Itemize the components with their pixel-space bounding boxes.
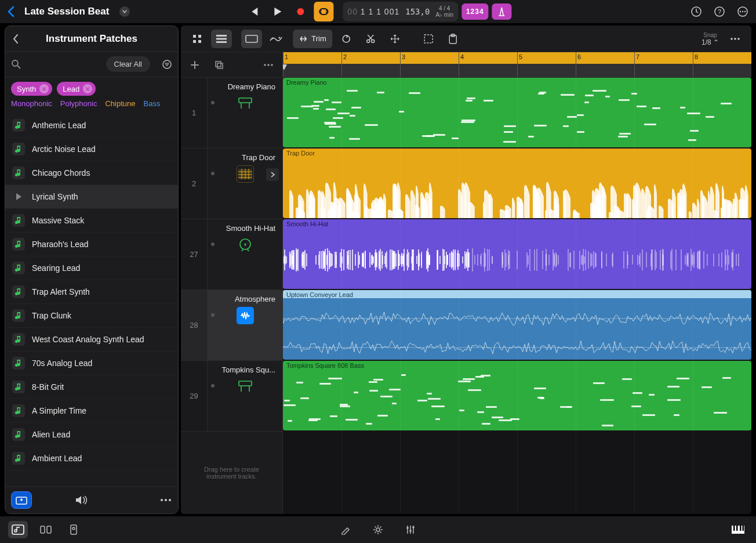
faders-button[interactable] [401, 521, 420, 538]
clear-all-button[interactable]: Clear All [106, 56, 150, 72]
track-drop-zone[interactable]: Drag here to create instrument tracks. [181, 432, 282, 514]
track-number[interactable]: 1 [181, 78, 208, 148]
patch-item[interactable]: Ambient Lead [5, 447, 178, 470]
patch-item[interactable]: Trap Clunk [5, 304, 178, 328]
count-in-button[interactable]: 1234 [461, 3, 489, 20]
track-header[interactable]: 27 Smooth Hi-Hat [181, 219, 282, 290]
marquee-tool-button[interactable] [418, 30, 439, 48]
signature-key-display[interactable]: 4 / 4A♭ min [435, 5, 453, 18]
track-name[interactable]: Trap Door [212, 153, 278, 162]
subfilter[interactable]: Monophonic [11, 99, 52, 108]
subfilter[interactable]: Polyphonic [60, 99, 97, 108]
project-title[interactable]: Late Session Beat [24, 6, 109, 17]
patch-item[interactable]: Pharaoh's Lead [5, 233, 178, 256]
bar-number: 7 [636, 53, 639, 60]
track-header[interactable]: 2 Trap Door [181, 149, 282, 219]
browser-back-button[interactable] [12, 34, 19, 44]
filter-chip[interactable]: Lead✕ [57, 82, 96, 96]
patch-item[interactable]: Massive Stack [5, 209, 178, 233]
region-view-button[interactable] [241, 30, 262, 48]
tempo-display[interactable]: 153,0 [405, 7, 430, 16]
patch-item[interactable]: Chicago Chords [5, 161, 178, 185]
chip-remove-icon[interactable]: ✕ [83, 84, 92, 93]
track-number[interactable]: 27 [181, 219, 208, 289]
patch-item[interactable]: West Coast Analog Synth Lead [5, 328, 178, 352]
track-number[interactable]: 29 [181, 361, 208, 431]
settings-button[interactable] [368, 521, 388, 538]
project-menu-button[interactable] [119, 6, 130, 17]
metronome-button[interactable] [492, 3, 512, 20]
ruler[interactable]: 12345678 [283, 52, 751, 77]
patch-item[interactable]: 70s Analog Lead [5, 352, 178, 375]
edit-button[interactable] [336, 521, 355, 538]
library-button[interactable] [8, 521, 28, 538]
duplicate-track-button[interactable] [211, 60, 227, 70]
trim-tool-button[interactable]: Trim [293, 30, 332, 48]
chip-remove-icon[interactable]: ✕ [39, 84, 49, 93]
patch-item[interactable]: A Simpler Time [5, 399, 178, 423]
patch-item[interactable]: Trap Alert Synth [5, 280, 178, 304]
patch-item[interactable]: Anthemic Lead [5, 114, 178, 137]
patch-item[interactable]: Searing Lead [5, 256, 178, 280]
clipboard-button[interactable] [442, 30, 463, 48]
track-header[interactable]: 1 Dreamy Piano [181, 78, 282, 149]
more-button[interactable] [736, 5, 749, 18]
list-view-button[interactable] [211, 30, 232, 48]
split-tool-button[interactable] [360, 30, 381, 48]
patch-item[interactable]: Alien Lead [5, 423, 178, 447]
mixer-button[interactable] [36, 521, 56, 538]
svg-point-6 [742, 11, 743, 12]
import-button[interactable] [11, 491, 32, 509]
filter-chip[interactable]: Synth✕ [11, 82, 52, 96]
grid-view-button[interactable] [187, 30, 208, 48]
track-icon[interactable] [237, 95, 254, 112]
track-icon[interactable] [237, 236, 254, 254]
help-button[interactable]: ? [713, 5, 726, 18]
keyboard-button[interactable] [728, 521, 748, 538]
record-button[interactable] [290, 2, 310, 21]
subfilter[interactable]: Chiptune [105, 99, 135, 108]
filter-button[interactable] [162, 59, 172, 70]
track-name[interactable]: Smooth Hi-Hat [212, 224, 278, 233]
svg-rect-55 [733, 526, 735, 531]
svg-rect-15 [198, 35, 201, 38]
svg-rect-57 [740, 526, 742, 531]
move-tool-button[interactable] [384, 30, 405, 48]
arrange-more-button[interactable] [725, 30, 746, 48]
track-name[interactable]: Dreamy Piano [212, 82, 278, 91]
snap-control[interactable]: Snap 1/8 ⌃ [702, 32, 719, 46]
track-header[interactable]: 28 Atmosphere [181, 290, 282, 361]
add-track-button[interactable] [187, 60, 203, 70]
track-name[interactable]: Atmosphere [212, 295, 278, 303]
svg-point-11 [161, 499, 163, 501]
position-display[interactable]: 00 1 1 1 001 [347, 7, 399, 16]
patch-item[interactable]: Lyrical Synth [5, 185, 178, 209]
go-to-start-button[interactable] [244, 2, 264, 21]
patch-label: Ambient Lead [32, 454, 82, 463]
lcd-display[interactable]: 00 1 1 1 001 153,0 4 / 4A♭ min [343, 2, 458, 21]
patch-item[interactable]: Arctic Noise Lead [5, 137, 178, 161]
track-name[interactable]: Tompkins Squ... [212, 365, 278, 374]
track-icon[interactable] [237, 307, 254, 324]
track-number[interactable]: 28 [181, 290, 208, 360]
track-icon[interactable] [237, 165, 254, 183]
track-disclosure-button[interactable] [266, 168, 279, 181]
automation-view-button[interactable] [266, 30, 286, 48]
play-button[interactable] [267, 2, 287, 21]
playhead[interactable] [283, 64, 288, 71]
plugin-button[interactable] [64, 521, 83, 538]
search-button[interactable] [11, 59, 21, 70]
track-icon[interactable] [237, 378, 254, 395]
back-button[interactable] [7, 6, 15, 17]
track-number[interactable]: 2 [181, 149, 208, 219]
track-header[interactable]: 29 Tompkins Squ... [181, 361, 282, 432]
preview-volume-button[interactable] [75, 495, 88, 505]
browser-more-button[interactable] [159, 498, 172, 502]
track-header-more-button[interactable] [260, 63, 277, 67]
cycle-button[interactable] [314, 2, 333, 21]
svg-point-25 [366, 39, 369, 42]
undo-history-button[interactable] [690, 5, 703, 18]
loop-tool-button[interactable] [336, 30, 357, 48]
patch-item[interactable]: 8-Bit Grit [5, 375, 178, 399]
subfilter[interactable]: Bass [143, 99, 160, 108]
